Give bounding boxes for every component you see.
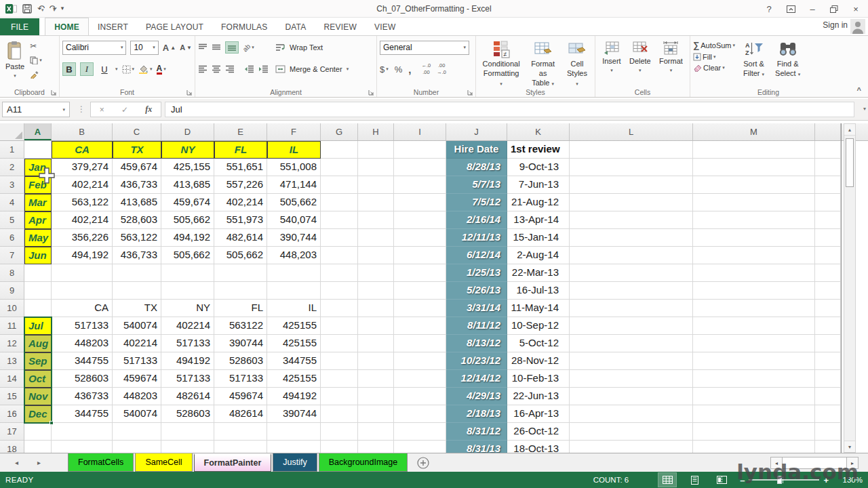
cell-X4[interactable] [815, 194, 841, 211]
format-cells-button[interactable]: Format▾ [656, 39, 686, 76]
cell-L2[interactable] [570, 159, 693, 176]
cell-I17[interactable] [394, 423, 446, 441]
minimize-button[interactable]: – [803, 1, 822, 16]
font-size-select[interactable]: 10▾ [130, 41, 158, 55]
row-header-18[interactable]: 18 [0, 441, 24, 453]
cell-G18[interactable] [321, 441, 358, 453]
cell-J10[interactable]: 3/31/14 [446, 300, 507, 317]
close-button[interactable]: × [846, 1, 865, 16]
next-sheet-arrow[interactable]: ▸ [37, 459, 41, 466]
cell-E18[interactable] [214, 441, 267, 453]
cell-G8[interactable] [321, 264, 358, 282]
cell-D6[interactable]: 494,192 [161, 229, 214, 247]
cell-G13[interactable] [321, 352, 358, 370]
cell-L18[interactable] [570, 441, 693, 453]
cell-H15[interactable] [358, 388, 394, 405]
cell-B14[interactable]: 528603 [52, 370, 113, 388]
cell-F3[interactable]: 471,144 [267, 176, 321, 194]
cell-A12[interactable]: Aug [24, 335, 52, 352]
column-header-K[interactable]: K [507, 123, 570, 140]
format-as-table-button[interactable]: Format asTable ▾ [524, 39, 562, 89]
cell-X1[interactable] [815, 141, 841, 159]
cell-E1[interactable]: FL [214, 141, 267, 159]
cell-X12[interactable] [815, 335, 841, 352]
row-header-9[interactable]: 9 [0, 282, 24, 300]
cell-H12[interactable] [358, 335, 394, 352]
cell-K13[interactable]: 28-Nov-12 [507, 352, 570, 370]
cell-H9[interactable] [358, 282, 394, 300]
page-layout-view-button[interactable] [686, 473, 703, 487]
cell-D12[interactable]: 517133 [161, 335, 214, 352]
cell-D13[interactable]: 494192 [161, 352, 214, 370]
cell-L9[interactable] [570, 282, 693, 300]
cell-C8[interactable] [113, 264, 161, 282]
cell-C1[interactable]: TX [113, 141, 161, 159]
paste-button[interactable]: Paste ▾ [3, 39, 27, 81]
clipboard-dialog-launcher[interactable] [51, 89, 57, 96]
cell-X3[interactable] [815, 176, 841, 194]
cell-E2[interactable]: 551,651 [214, 159, 267, 176]
cell-X17[interactable] [815, 423, 841, 441]
cell-K7[interactable]: 2-Aug-14 [507, 247, 570, 264]
cell-J9[interactable]: 5/26/13 [446, 282, 507, 300]
cell-I11[interactable] [394, 317, 446, 335]
cell-C7[interactable]: 436,733 [113, 247, 161, 264]
increase-indent-button[interactable] [258, 65, 269, 73]
cell-L13[interactable] [570, 352, 693, 370]
cell-F7[interactable]: 448,203 [267, 247, 321, 264]
cell-M4[interactable] [693, 194, 815, 211]
cell-F15[interactable]: 494192 [267, 388, 321, 405]
cell-H3[interactable] [358, 176, 394, 194]
row-header-8[interactable]: 8 [0, 264, 24, 282]
cell-B11[interactable]: 517133 [52, 317, 113, 335]
sheet-tab-justify[interactable]: Justify [273, 453, 317, 472]
row-header-4[interactable]: 4 [0, 194, 24, 211]
cell-B9[interactable] [52, 282, 113, 300]
cell-J7[interactable]: 6/12/14 [446, 247, 507, 264]
cell-D15[interactable]: 482614 [161, 388, 214, 405]
cell-B18[interactable] [52, 441, 113, 453]
sheet-tab-formatcells[interactable]: FormatCells [68, 453, 134, 472]
cell-L3[interactable] [570, 176, 693, 194]
cell-A16[interactable]: Dec [24, 405, 52, 423]
cell-E11[interactable]: 563122 [214, 317, 267, 335]
column-header-M[interactable]: M [693, 123, 815, 140]
cell-L11[interactable] [570, 317, 693, 335]
cell-C2[interactable]: 459,674 [113, 159, 161, 176]
cell-A18[interactable] [24, 441, 52, 453]
cell-F11[interactable]: 425155 [267, 317, 321, 335]
cell-J17[interactable]: 8/31/12 [446, 423, 507, 441]
cell-M8[interactable] [693, 264, 815, 282]
cell-H13[interactable] [358, 352, 394, 370]
ribbon-tab-view[interactable]: VIEW [366, 18, 404, 36]
cell-H17[interactable] [358, 423, 394, 441]
cell-D2[interactable]: 425,155 [161, 159, 214, 176]
cell-I1[interactable] [394, 141, 446, 159]
column-header-A[interactable]: A [24, 123, 52, 140]
cell-G14[interactable] [321, 370, 358, 388]
cell-B17[interactable] [52, 423, 113, 441]
font-color-button[interactable]: A▾ [157, 64, 166, 75]
ribbon-tab-review[interactable]: REVIEW [315, 18, 366, 36]
cell-E6[interactable]: 482,614 [214, 229, 267, 247]
cell-M5[interactable] [693, 211, 815, 229]
cell-K18[interactable]: 18-Oct-13 [507, 441, 570, 453]
ribbon-tab-file[interactable]: FILE [0, 18, 39, 36]
cell-X15[interactable] [815, 388, 841, 405]
cell-L5[interactable] [570, 211, 693, 229]
clear-button[interactable]: Clear▾ [693, 64, 735, 72]
cell-K14[interactable]: 10-Feb-13 [507, 370, 570, 388]
cell-M18[interactable] [693, 441, 815, 453]
cell-I14[interactable] [394, 370, 446, 388]
cell-K5[interactable]: 13-Apr-14 [507, 211, 570, 229]
cell-E4[interactable]: 402,214 [214, 194, 267, 211]
cell-K9[interactable]: 16-Jul-13 [507, 282, 570, 300]
cell-M10[interactable] [693, 300, 815, 317]
find-select-button[interactable]: Find &Select ▾ [772, 39, 803, 81]
normal-view-button[interactable] [658, 473, 676, 487]
cell-K4[interactable]: 21-Aug-12 [507, 194, 570, 211]
cell-I12[interactable] [394, 335, 446, 352]
cell-K16[interactable]: 16-Apr-13 [507, 405, 570, 423]
cell-I13[interactable] [394, 352, 446, 370]
cell-M7[interactable] [693, 247, 815, 264]
